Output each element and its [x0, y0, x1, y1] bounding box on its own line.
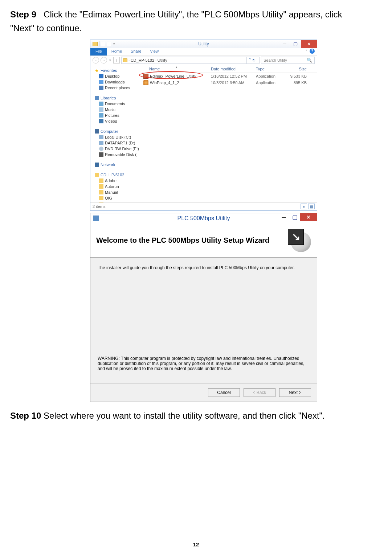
view-details-button[interactable]: ≡	[301, 204, 307, 209]
search-placeholder: Search Utility	[264, 58, 287, 62]
ribbon-collapse-icon[interactable]: ˅	[306, 49, 307, 53]
cancel-button[interactable]: Cancel	[208, 388, 240, 397]
maximize-button[interactable]: ▢	[289, 213, 300, 221]
nav-computer[interactable]: Computer	[101, 129, 118, 134]
nav-usb[interactable]: Removable Disk (	[105, 152, 136, 157]
refresh-button[interactable]: ˅ ↻	[246, 57, 258, 63]
installer-banner: Welcome to the PLC 500Mbps Utility Setup…	[90, 224, 317, 257]
nav-music[interactable]: Music	[105, 107, 115, 112]
step9-label: Step 9	[10, 9, 36, 19]
qat-separator	[99, 41, 99, 46]
col-name[interactable]: Name	[149, 67, 160, 71]
item-count: 2 items	[93, 204, 105, 209]
installer-titlebar: PLC 500Mbps Utility ─ ▢ ×	[90, 213, 317, 224]
qat-dropdown-icon[interactable]: ▾	[113, 42, 116, 46]
drive-d-icon	[99, 141, 103, 145]
step10-text: Select where you want to install the uti…	[44, 411, 325, 420]
nav-libraries[interactable]: Libraries	[101, 96, 116, 100]
col-size[interactable]: Size	[287, 67, 310, 71]
star-icon: ★	[95, 68, 99, 73]
file-type: Application	[256, 81, 287, 85]
file-type: Application	[256, 74, 287, 78]
installer-banner-text: Welcome to the PLC 500Mbps Utility Setup…	[96, 236, 269, 245]
nav-recent[interactable]: Recent places	[105, 86, 130, 90]
tab-view[interactable]: View	[146, 48, 163, 56]
nav-drive-d[interactable]: DATAPART1 (D:)	[105, 141, 135, 145]
videos-icon	[99, 119, 103, 123]
installer-icon	[93, 216, 99, 221]
nav-utility[interactable]: Utility	[105, 202, 115, 202]
folder-icon	[93, 42, 98, 46]
installer-logo: ↘	[288, 229, 311, 252]
documents-icon	[99, 102, 103, 106]
nav-docs[interactable]: Documents	[105, 102, 125, 106]
help-icon[interactable]: ?	[310, 49, 315, 54]
nav-pane: ★Favorites Desktop Downloads Recent plac…	[90, 65, 140, 202]
nav-downloads[interactable]: Downloads	[105, 80, 124, 84]
dvd-icon	[99, 147, 103, 151]
step9-text-line1: Click the "Edimax PowerLine Utility", th…	[44, 9, 342, 19]
nav-drive-c[interactable]: Local Disk (C:)	[105, 135, 131, 139]
nav-history-chevron[interactable]: ▾	[109, 58, 112, 62]
minimize-button[interactable]: ─	[278, 213, 289, 221]
page-number: 12	[193, 541, 199, 547]
installer-title: PLC 500Mbps Utility	[177, 215, 230, 222]
nav-autorun[interactable]: Autorun	[105, 184, 119, 189]
nav-videos[interactable]: Videos	[105, 119, 117, 123]
installer-paragraph: The installer will guide you through the…	[98, 265, 310, 270]
explorer-title: Utility	[198, 41, 209, 46]
search-input[interactable]: Search Utility 🔍	[261, 57, 315, 64]
breadcrumb-root-icon	[123, 58, 127, 62]
table-row[interactable]: WinPcap_4_1_2 10/3/2012 3:50 AM Applicat…	[142, 79, 317, 86]
maximize-button[interactable]: ▢	[290, 40, 301, 48]
nav-qig[interactable]: QIG	[105, 196, 112, 200]
explorer-window: ▾ Utility ─ ▢ × File Home Share View ˅ ?…	[90, 40, 317, 211]
file-name: WinPcap_4_1_2	[150, 81, 179, 85]
tab-share[interactable]: Share	[126, 48, 146, 56]
nav-adobe[interactable]: Adobe	[105, 178, 117, 183]
breadcrumb-level1[interactable]: CD_HP-5102	[131, 58, 154, 62]
downloads-icon	[99, 80, 103, 84]
nav-network[interactable]: Network	[101, 163, 115, 167]
breadcrumb-level2[interactable]: Utility	[158, 58, 167, 62]
close-button[interactable]: ×	[300, 213, 317, 221]
nav-desktop[interactable]: Desktop	[105, 74, 119, 78]
cd-folder-icon	[95, 173, 99, 177]
music-icon	[99, 107, 103, 112]
address-bar: ← → ▾ ↑ › CD_HP-5102 › Utility ˅ ↻ Searc…	[90, 56, 317, 65]
tab-file[interactable]: File	[90, 48, 107, 56]
nav-pictures[interactable]: Pictures	[105, 113, 119, 118]
step9-text-line2: "Next" to continue.	[10, 22, 382, 34]
libraries-icon	[95, 96, 99, 100]
back-button[interactable]: < Back	[244, 388, 275, 397]
nav-back-button[interactable]: ←	[93, 57, 99, 63]
recent-icon	[99, 86, 103, 90]
usb-icon	[99, 152, 103, 157]
col-date[interactable]: Date modified	[211, 67, 256, 71]
file-list: ▴Name Date modified Type Size Edimax_Pow…	[140, 65, 317, 202]
qat-newfolder-icon[interactable]	[107, 42, 111, 46]
col-type[interactable]: Type	[256, 67, 287, 71]
nav-favorites[interactable]: Favorites	[101, 68, 117, 73]
breadcrumb[interactable]: › CD_HP-5102 › Utility ˅ ↻	[121, 57, 260, 64]
tab-home[interactable]: Home	[107, 48, 126, 56]
breadcrumb-sep: ›	[128, 59, 130, 62]
file-date: 10/3/2012 3:50 AM	[211, 81, 256, 85]
view-icons-button[interactable]: ▦	[308, 204, 315, 209]
qat-properties-icon[interactable]	[101, 42, 105, 46]
minimize-button[interactable]: ─	[279, 40, 290, 48]
folder-icon	[99, 190, 103, 194]
next-button[interactable]: Next >	[279, 388, 311, 397]
installer-window: PLC 500Mbps Utility ─ ▢ × Welcome to the…	[90, 213, 317, 402]
nav-manual[interactable]: Manual	[105, 190, 118, 194]
folder-icon	[99, 178, 103, 183]
status-bar: 2 items ≡ ▦	[90, 202, 317, 210]
close-button[interactable]: ×	[301, 40, 317, 48]
desktop-icon	[99, 74, 103, 78]
nav-dvd[interactable]: DVD RW Drive (E:)	[105, 147, 139, 151]
nav-up-button[interactable]: ↑	[113, 57, 120, 63]
nav-forward-button[interactable]: →	[101, 57, 107, 63]
highlight-circle	[139, 71, 203, 79]
drive-c-icon	[99, 135, 103, 139]
nav-cdfolder[interactable]: CD_HP-5102	[101, 173, 124, 177]
